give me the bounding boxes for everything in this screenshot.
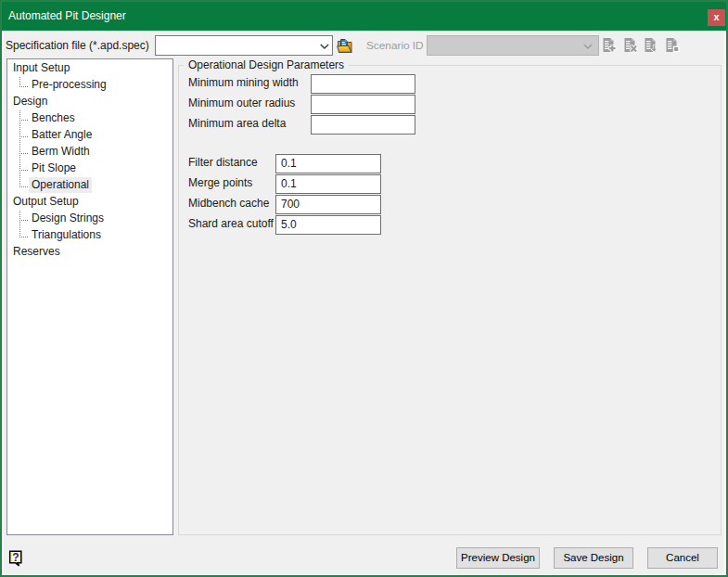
svg-text:?: ? xyxy=(12,551,19,564)
